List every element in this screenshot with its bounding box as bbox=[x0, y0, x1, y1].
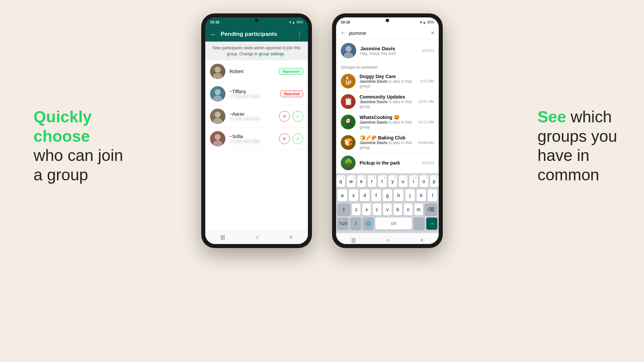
group-info-baking: 🍞🥖🥐 Baking Club Jasmine Davis is also in… bbox=[360, 135, 414, 150]
group-name-pickup: Pickup in the park bbox=[360, 160, 418, 166]
key-send[interactable]: → bbox=[426, 218, 437, 230]
key-u[interactable]: 7u bbox=[399, 175, 408, 187]
participant-info-sofia: ~Sofia +1 555 369-2580 bbox=[229, 134, 275, 144]
key-o[interactable]: 9o bbox=[420, 175, 428, 187]
group-sub-bold-baking: Jasmine Davis bbox=[360, 140, 387, 145]
key-q[interactable]: 1q bbox=[336, 175, 345, 187]
key-space[interactable]: EN bbox=[375, 218, 412, 230]
group-sub-community: Jasmine Davis is also in this group bbox=[360, 100, 415, 109]
jasmine-contact-result[interactable]: Jasmine Davis Hey, check this out!! 3/13… bbox=[336, 40, 439, 62]
avatar-doggy: 🐕 bbox=[341, 74, 356, 88]
badge-approved-robert: Approved bbox=[279, 68, 303, 75]
group-baking-club[interactable]: 🍞 🍞🥖🥐 Baking Club Jasmine Davis is also … bbox=[336, 132, 439, 153]
key-m[interactable]: m bbox=[414, 203, 423, 216]
approve-aarav-btn[interactable]: ✓ bbox=[292, 111, 303, 122]
svg-point-5 bbox=[213, 118, 222, 124]
search-back-icon[interactable]: ← bbox=[340, 29, 346, 37]
key-k[interactable]: k bbox=[417, 189, 426, 201]
key-c[interactable]: c bbox=[373, 203, 381, 216]
group-settings-link[interactable]: group settings bbox=[259, 52, 284, 56]
nav-home-2[interactable]: ○ bbox=[386, 237, 390, 243]
avatar-community: 📋 bbox=[341, 94, 356, 109]
left-description: Quickly choose who can join a group bbox=[34, 107, 123, 184]
right-text-line5: common bbox=[538, 166, 599, 184]
participant-name-sofia: ~Sofia bbox=[229, 134, 275, 139]
back-button-1[interactable]: ← bbox=[210, 31, 217, 38]
key-globe[interactable]: 🌐 bbox=[363, 218, 374, 230]
group-time-doggy: 9:07 AM bbox=[421, 79, 434, 83]
svg-point-3 bbox=[213, 96, 222, 102]
key-f[interactable]: f bbox=[371, 189, 381, 201]
phone-2-screen: 10:16 ▼▲ 60% ← ✕ bbox=[336, 17, 439, 244]
avatar-tiffany bbox=[210, 86, 225, 102]
reject-sofia-btn[interactable]: ✕ bbox=[279, 133, 290, 144]
keyboard: 1q 2w 3e 4r 5t 6y 7u 8i 9o 0p a s d f bbox=[336, 173, 439, 233]
key-e[interactable]: 3e bbox=[357, 175, 366, 187]
key-b[interactable]: b bbox=[393, 203, 402, 216]
key-i[interactable]: 8i bbox=[409, 175, 418, 187]
group-pickup-park[interactable]: 🌳 Pickup in the park 3/11/23 bbox=[336, 153, 439, 173]
key-v[interactable]: v bbox=[383, 203, 392, 216]
right-text-line4: have in bbox=[538, 146, 590, 164]
key-s[interactable]: s bbox=[349, 189, 359, 201]
group-whatscooking[interactable]: 🍳 WhatsCooking 🤩 Jasmine Davis is also i… bbox=[336, 112, 439, 132]
avatar-aarav bbox=[210, 109, 225, 124]
group-info-cooking: WhatsCooking 🤩 Jasmine Davis is also in … bbox=[360, 115, 415, 129]
group-time-cooking: 10:12 AM bbox=[419, 120, 434, 124]
key-shift[interactable]: ⇧ bbox=[337, 203, 350, 216]
status-time-1: 10:16 bbox=[210, 20, 219, 24]
key-t[interactable]: 5t bbox=[378, 175, 387, 187]
jasmine-name: Jasmine Davis bbox=[360, 46, 418, 51]
nav-back-2[interactable]: < bbox=[420, 237, 423, 243]
status-time-2: 10:16 bbox=[341, 20, 350, 24]
key-n[interactable]: n bbox=[404, 203, 413, 216]
left-text-line4: a group bbox=[34, 165, 123, 185]
aarav-actions: ✕ ✓ bbox=[279, 111, 303, 122]
group-sub-baking: Jasmine Davis is also in this group bbox=[360, 140, 414, 150]
key-period[interactable]: . bbox=[414, 218, 425, 230]
svg-point-2 bbox=[215, 89, 221, 95]
key-h[interactable]: h bbox=[394, 189, 404, 201]
key-123[interactable]: ?123 bbox=[337, 218, 348, 230]
participant-info-aarav: ~Aarav +1 555 246-8135 bbox=[229, 111, 275, 121]
svg-point-0 bbox=[215, 67, 221, 73]
nav-back-1[interactable]: < bbox=[289, 234, 292, 240]
participant-name-tiffany: ~Tiffany bbox=[229, 89, 276, 94]
menu-button-1[interactable]: ⋮ bbox=[296, 30, 303, 38]
group-doggy-day-care[interactable]: 🐕 Doggy Day Care Jasmine Davis is also i… bbox=[336, 71, 439, 92]
key-p[interactable]: 0p bbox=[430, 175, 439, 187]
participant-name-robert: Robert bbox=[229, 69, 275, 74]
key-j[interactable]: j bbox=[405, 189, 415, 201]
key-x[interactable]: x bbox=[362, 203, 371, 216]
phone-1: 10:16 ▼▲ 60% ← Pending participants ⋮ Ne… bbox=[201, 13, 312, 248]
nav-home-1[interactable]: ○ bbox=[256, 234, 259, 240]
signal-icon: ▼▲ bbox=[288, 20, 295, 24]
key-slash[interactable]: / bbox=[350, 218, 361, 230]
key-y[interactable]: 6y bbox=[388, 175, 397, 187]
reject-aarav-btn[interactable]: ✕ bbox=[279, 111, 290, 122]
key-d[interactable]: d bbox=[360, 189, 370, 201]
group-name-doggy: Doggy Day Care bbox=[360, 74, 417, 79]
approve-sofia-btn[interactable]: ✓ bbox=[292, 133, 303, 144]
right-text-line3: groups you bbox=[538, 127, 618, 145]
search-clear-icon[interactable]: ✕ bbox=[430, 30, 435, 36]
key-r[interactable]: 4r bbox=[368, 175, 376, 187]
nav-apps-2[interactable]: ||| bbox=[352, 237, 356, 243]
group-community-updates[interactable]: 📋 Community Updates Jasmine Davis is als… bbox=[336, 92, 439, 112]
nav-apps-1[interactable]: ||| bbox=[221, 234, 225, 240]
svg-point-4 bbox=[215, 112, 221, 118]
participant-info-tiffany: ~Tiffany +1 555 987-6543 bbox=[229, 89, 276, 99]
participant-item-aarav: ~Aarav +1 555 246-8135 ✕ ✓ bbox=[205, 105, 308, 128]
key-backspace[interactable]: ⌫ bbox=[425, 203, 437, 216]
key-g[interactable]: g bbox=[383, 189, 392, 201]
search-input[interactable] bbox=[349, 30, 428, 36]
phone-2: 10:16 ▼▲ 60% ← ✕ bbox=[332, 13, 443, 248]
key-z[interactable]: z bbox=[352, 203, 361, 216]
svg-point-1 bbox=[213, 73, 222, 79]
key-l[interactable]: l bbox=[428, 189, 437, 201]
avatar-pickup: 🌳 bbox=[341, 156, 356, 170]
key-a[interactable]: a bbox=[337, 189, 347, 201]
key-w[interactable]: 2w bbox=[347, 175, 356, 187]
group-info-pickup: Pickup in the park bbox=[360, 160, 418, 166]
group-sub-bold-doggy: Jasmine Davis bbox=[360, 79, 387, 84]
